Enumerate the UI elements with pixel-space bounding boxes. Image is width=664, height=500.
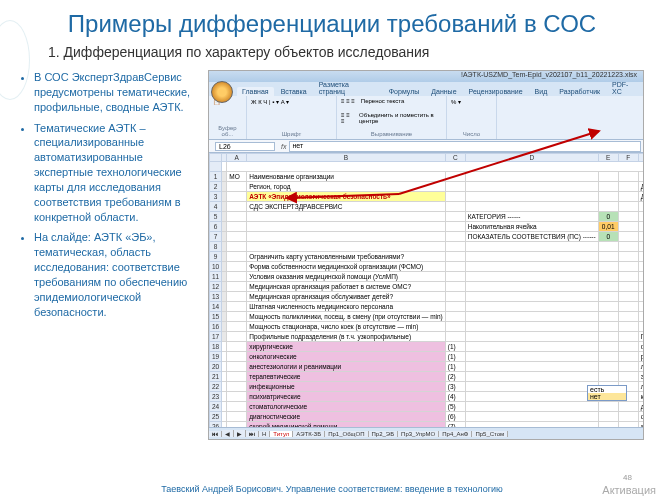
formula-bar: L26 fx нет	[209, 140, 643, 153]
slide-subtitle: 1. Дифференциация по характеру объектов …	[48, 44, 644, 60]
slide-title: Примеры дифференциации требований в СОС	[20, 10, 644, 38]
sheet-tab[interactable]: Титул	[270, 431, 293, 437]
nav-next-icon[interactable]: ▶	[234, 430, 246, 437]
tab-insert[interactable]: Вставка	[276, 87, 312, 96]
tab-developer[interactable]: Разработчик	[554, 87, 605, 96]
sheet-tab[interactable]: Пр4_АнФ	[439, 431, 472, 437]
file-path: !АЭТК-USZMD_Tem-Epid_v202107_b11_2022122…	[461, 71, 637, 78]
tab-formulas[interactable]: Формулы	[384, 87, 424, 96]
sheet-tab[interactable]: Пр3_УпрМО	[398, 431, 439, 437]
tab-layout[interactable]: Разметка страниц	[314, 80, 382, 96]
tab-review[interactable]: Рецензирование	[464, 87, 528, 96]
bullet-list: В СОС ЭкспертЗдравСервис предусмотрены т…	[20, 70, 200, 440]
titlebar: !АЭТК-USZMD_Tem-Epid_v202107_b11_2022122…	[209, 71, 643, 82]
tab-pdf[interactable]: PDF-XC	[607, 80, 643, 96]
tab-data[interactable]: Данные	[426, 87, 461, 96]
formula-input[interactable]: нет	[289, 141, 641, 152]
font-controls[interactable]: Ж К Ч | ▪ ▾ A ▾	[251, 98, 332, 105]
sheet-tab[interactable]: Пр1_ОбщОП	[325, 431, 368, 437]
spreadsheet-grid[interactable]: ABCDEFGHIJKLMДанные для сводного реестра…	[209, 153, 643, 440]
merge-center[interactable]: Объединить и поместить в центре	[359, 112, 442, 124]
nav-prev-icon[interactable]: ◀	[222, 430, 234, 437]
sheet-tab[interactable]: Н	[259, 431, 270, 437]
office-button[interactable]	[211, 81, 233, 103]
sheet-tab[interactable]: Пр5_Стом	[472, 431, 508, 437]
ribbon: 📋Буфер об... Ж К Ч | ▪ ▾ A ▾Шрифт ≡ ≡ ≡П…	[209, 96, 643, 140]
bullet-item: В СОС ЭкспертЗдравСервис предусмотрены т…	[34, 70, 200, 115]
dropdown-option[interactable]: нет	[588, 393, 626, 400]
sheet-tab[interactable]: АЭТК-ЗБ	[293, 431, 325, 437]
ribbon-tabs: Главная Вставка Разметка страниц Формулы…	[209, 82, 643, 96]
tab-view[interactable]: Вид	[530, 87, 553, 96]
nav-first-icon[interactable]: ⏮	[209, 431, 222, 437]
sheet-tab[interactable]: Пр2_ЭБ	[369, 431, 399, 437]
bullet-item: На слайде: АЭТК «ЭБ», тематическая, обла…	[34, 230, 200, 319]
footer-text: Таевский Андрей Борисович. Управление со…	[20, 484, 644, 494]
nav-last-icon[interactable]: ⏭	[246, 431, 259, 437]
sheet-tabs: ⏮ ◀ ▶ ⏭ Н Титул АЭТК-ЗБ Пр1_ОбщОП Пр2_ЭБ…	[209, 427, 643, 439]
dropdown-option[interactable]: есть	[588, 386, 626, 393]
wrap-text[interactable]: Перенос текста	[361, 98, 404, 104]
name-box[interactable]: L26	[215, 142, 275, 151]
cell-dropdown[interactable]: есть нет	[587, 385, 627, 401]
fx-icon[interactable]: fx	[281, 143, 286, 150]
activation-watermark: Активация	[602, 484, 656, 496]
number-format[interactable]: % ▾	[451, 98, 492, 105]
page-number: 48	[623, 473, 632, 482]
bullet-item: Тематические АЭТК – специализированные а…	[34, 121, 200, 225]
tab-home[interactable]: Главная	[237, 87, 274, 96]
excel-window: !АЭТК-USZMD_Tem-Epid_v202107_b11_2022122…	[208, 70, 644, 440]
